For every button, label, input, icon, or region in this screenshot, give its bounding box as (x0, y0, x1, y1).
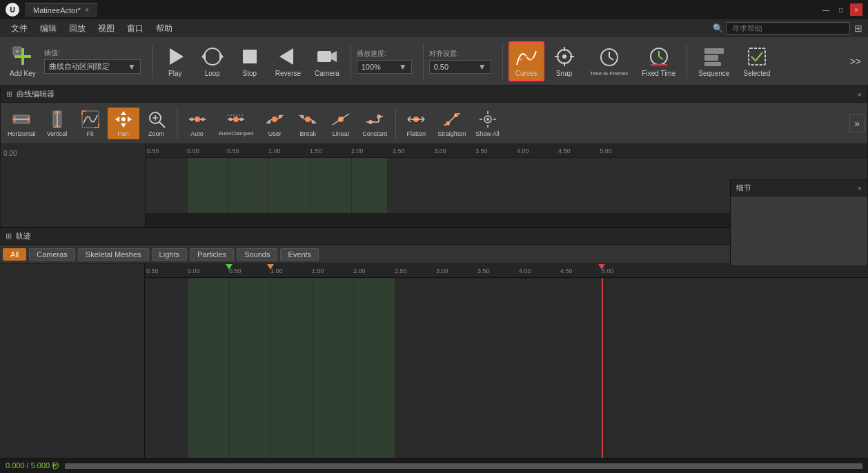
straighten-icon (442, 110, 462, 129)
break-icon (298, 110, 317, 129)
menu-edit[interactable]: 编辑 (34, 21, 62, 36)
flatten-icon (406, 110, 426, 129)
play-button[interactable]: Play (158, 43, 193, 80)
menu-playback[interactable]: 回放 (63, 21, 91, 36)
curve-pan-button[interactable]: Pan (108, 108, 139, 139)
filter-particles-button[interactable]: Particles (190, 248, 234, 261)
menu-file[interactable]: 文件 (6, 21, 33, 36)
stop-button[interactable]: Stop (233, 43, 267, 80)
track-timeline[interactable]: 0.50 0.00 0.50 1.00 1.50 2.00 2.50 3.00 … (145, 264, 868, 458)
align-dropdown[interactable]: 0.50 ▼ (429, 60, 491, 74)
track-grid-v-2 (229, 278, 230, 458)
fit-label: Fit (87, 130, 94, 137)
curve-ruler-4.00: 4.00 (517, 148, 529, 154)
sequence-button[interactable]: Sequence (693, 43, 735, 80)
snap-button[interactable]: Snap (547, 43, 582, 80)
selected-button[interactable]: Selected (738, 43, 776, 80)
curve-grid-v-8 (475, 158, 476, 213)
curve-zoom-button[interactable]: Zoom (141, 108, 172, 139)
search-icon: 🔍 (713, 23, 723, 33)
svg-point-65 (229, 118, 232, 121)
loop-icon (201, 46, 224, 68)
curve-linear-button[interactable]: Linear (325, 108, 357, 139)
track-grid-v-3 (270, 278, 271, 458)
constant-icon (365, 110, 384, 129)
menu-help[interactable]: 帮助 (150, 21, 178, 36)
curve-ruler-2.00: 2.00 (351, 148, 364, 154)
svg-point-66 (240, 118, 243, 121)
curve-vertical-button[interactable]: Vertical (41, 108, 73, 139)
svg-line-25 (659, 57, 663, 59)
curve-user-button[interactable]: User (259, 108, 290, 139)
reverse-button[interactable]: Reverse (270, 43, 306, 80)
curve-editor-close-button[interactable]: × (858, 90, 862, 99)
detail-close-button[interactable]: × (858, 184, 862, 192)
track-grid-area[interactable] (145, 278, 868, 458)
curve-fit-button[interactable]: Fit (75, 108, 106, 139)
time-to-frames-button[interactable]: Time to Frames (584, 43, 634, 79)
minimize-button[interactable]: — (820, 3, 832, 16)
fixed-time-button[interactable]: Fixed Time (636, 43, 681, 80)
expand-icon: ⊞ (854, 23, 862, 34)
curve-show-all-button[interactable]: Show All (471, 108, 504, 139)
filter-events-button[interactable]: Events (280, 248, 319, 261)
filter-lights-button[interactable]: Lights (152, 248, 187, 261)
filter-cameras-button[interactable]: Cameras (29, 248, 75, 261)
curve-constant-button[interactable]: Constant (358, 108, 391, 139)
curve-straighten-button[interactable]: Straighten (433, 108, 470, 139)
curve-break-button[interactable]: Break (292, 108, 324, 139)
maximize-button[interactable]: □ (835, 3, 847, 16)
speed-dropdown[interactable]: 100% ▼ (357, 60, 412, 74)
toolbar-expand-button[interactable]: >> (847, 53, 864, 70)
speed-section: 播放速度: 100% ▼ (357, 49, 412, 74)
curve-auto-button[interactable]: Auto (181, 108, 213, 139)
main-toolbar: + Add Key 插值: 曲线自动区间限定 ▼ Play (0, 37, 868, 85)
filter-skeletal-meshes-button[interactable]: Skeletal Meshes (78, 248, 149, 261)
curve-editor-title: 曲线编辑器 (17, 89, 55, 99)
camera-icon (316, 46, 338, 68)
interp-dropdown[interactable]: 曲线自动区间限定 ▼ (44, 59, 141, 74)
track-ruler-4.00: 4.00 (519, 268, 531, 274)
title-bar: U MatineeActor* × — □ × (0, 0, 868, 19)
menu-window[interactable]: 窗口 (121, 21, 149, 36)
detail-panel: 细节 × (730, 179, 868, 266)
filter-all-button[interactable]: All (3, 248, 26, 261)
loop-button[interactable]: Loop (195, 43, 230, 80)
linear-label: Linear (333, 130, 350, 137)
track-green-region (188, 278, 395, 458)
curve-auto-clamped-button[interactable]: Auto/Clamped (215, 108, 258, 139)
show-all-label: Show All (475, 130, 500, 137)
curve-editor-titlebar: ⊞ 曲线编辑器 × (1, 86, 867, 103)
camera-button[interactable]: Camera (309, 43, 345, 80)
svg-line-80 (341, 114, 349, 119)
filter-sounds-button[interactable]: Sounds (237, 248, 277, 261)
fit-icon (81, 110, 100, 129)
curve-editor-icon: ⊞ (6, 90, 12, 99)
help-search-input[interactable] (726, 22, 850, 34)
tab-close-icon[interactable]: × (85, 6, 89, 14)
curve-flatten-button[interactable]: Flatten (400, 108, 432, 139)
fixed-time-icon (648, 46, 670, 68)
close-button[interactable]: × (850, 3, 862, 16)
timeline-scrollbar[interactable] (65, 463, 862, 469)
curves-button[interactable]: Curves (509, 41, 544, 81)
auto-clamped-label: Auto/Clamped (219, 130, 254, 137)
svg-marker-4 (170, 48, 184, 65)
curve-grid-v-6 (393, 158, 393, 213)
matinee-tab[interactable]: MatineeActor* × (25, 3, 97, 17)
selected-icon (746, 46, 768, 68)
play-icon (164, 46, 186, 68)
svg-line-95 (448, 115, 456, 123)
track-content: 0.50 0.00 0.50 1.00 1.50 2.00 2.50 3.00 … (0, 264, 868, 458)
curve-horizontal-button[interactable]: Horizontal (3, 108, 40, 139)
menu-view[interactable]: 视图 (92, 21, 120, 36)
add-key-icon: + (12, 46, 34, 68)
add-key-button[interactable]: + Add Key (4, 43, 41, 80)
reverse-label: Reverse (275, 70, 301, 77)
svg-point-77 (312, 121, 315, 123)
linear-icon (331, 110, 351, 129)
zoom-icon (147, 110, 166, 129)
svg-point-99 (486, 118, 489, 121)
svg-marker-8 (279, 48, 293, 65)
curve-toolbar-expand-button[interactable]: » (849, 114, 865, 132)
